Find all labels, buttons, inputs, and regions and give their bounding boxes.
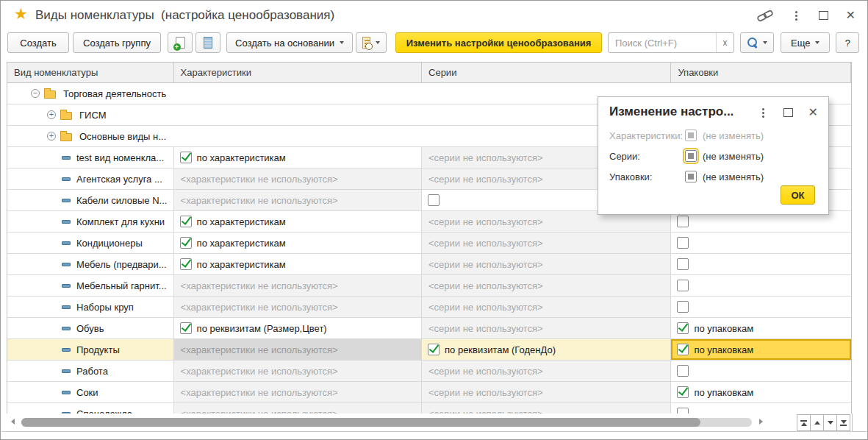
maximize-icon[interactable] [819,11,828,20]
cell-name[interactable]: Продукты [7,339,174,360]
packs-checkbox[interactable] [677,301,689,313]
cell-name[interactable]: −Торговая деятельность [7,83,174,104]
scrollbar-thumb[interactable] [21,418,700,427]
horizontal-scrollbar[interactable] [7,414,852,430]
cell-chars[interactable]: <характеристики не используются> [174,275,422,296]
cell-chars[interactable]: <характеристики не используются> [174,361,422,381]
favorite-star-icon[interactable]: ★ [14,5,28,23]
go-up-button[interactable] [810,414,824,431]
packages-checkbox[interactable] [685,171,697,182]
cell-name[interactable]: Мебель (предвари... [7,254,174,274]
cell-packs[interactable] [671,233,851,253]
packs-checkbox[interactable] [677,237,689,249]
cell-chars[interactable]: по характеристикам [174,147,422,168]
cell-chars[interactable]: <характеристики не используются> [174,339,422,360]
cell-chars[interactable]: по характеристикам [174,233,422,253]
collapse-icon[interactable]: − [31,89,40,98]
packs-checkbox[interactable] [677,216,689,227]
cell-name[interactable]: Наборы круп [7,297,174,317]
cell-chars[interactable] [174,104,422,125]
cell-packs[interactable] [671,403,851,414]
packs-checkbox[interactable] [677,344,689,355]
packs-checkbox[interactable] [677,408,689,414]
cell-series[interactable]: <серии не используются> [422,361,671,381]
cell-chars[interactable]: по характеристикам [174,211,422,232]
column-header-characteristics[interactable]: Характеристики [174,63,422,82]
cell-series[interactable]: <серии не используются> [422,254,671,274]
cell-series[interactable]: <серии не используются> [422,233,671,253]
expand-icon[interactable]: + [47,132,56,141]
cell-chars[interactable]: по реквизитам (Размер,Цвет) [174,318,422,338]
cell-packs[interactable] [671,254,851,274]
scrollbar-track[interactable] [21,418,752,427]
dialog-close-icon[interactable]: ✕ [808,107,818,118]
search-input[interactable]: Поиск (Ctrl+F) x [608,32,734,53]
go-first-button[interactable] [797,414,811,431]
cell-series[interactable]: <серии не используются> [422,297,671,317]
create-group-button[interactable]: Создать группу [73,32,161,53]
cell-chars[interactable] [174,126,422,146]
cell-packs[interactable]: по упаковкам [671,382,851,402]
cell-packs[interactable] [671,275,851,296]
series-checkbox[interactable] [685,150,697,162]
table-row[interactable]: Наборы круп<характеристики не используют… [7,297,851,318]
cell-name[interactable]: Комплект для кухни [7,211,174,232]
report-button[interactable] [356,32,387,53]
cell-series[interactable]: <серии не используются> [422,403,671,414]
packs-checkbox[interactable] [677,322,689,334]
go-last-button[interactable] [836,414,850,431]
table-row[interactable]: Продукты<характеристики не используются>… [7,339,851,361]
cell-chars[interactable] [174,83,422,104]
close-icon[interactable]: ✕ [846,10,856,21]
cell-chars[interactable]: <характеристики не используются> [174,168,422,189]
cell-name[interactable]: +ГИСМ [7,104,174,125]
go-down-button[interactable] [823,414,837,431]
scroll-right-icon[interactable] [759,419,763,425]
list-settings-button[interactable] [196,32,220,53]
cell-name[interactable]: Соки [7,382,174,402]
ok-button[interactable]: ОК [781,185,815,205]
series-checkbox[interactable] [428,344,440,355]
packs-checkbox[interactable] [677,365,689,377]
cell-name[interactable]: Спецодежда [7,403,174,414]
scroll-left-icon[interactable] [11,419,15,425]
cell-name[interactable]: Работа [7,361,174,381]
cell-chars[interactable]: <характеристики не используются> [174,403,422,414]
cell-packs[interactable] [671,297,851,317]
cell-series[interactable]: <серии не используются> [422,275,671,296]
column-header-series[interactable]: Серии [422,63,671,82]
cell-name[interactable]: Обувь [7,318,174,338]
cell-packs[interactable] [671,361,851,381]
column-header-packages[interactable]: Упаковки [671,63,851,82]
cell-chars[interactable]: <характеристики не используются> [174,190,422,210]
more-menu-icon[interactable] [795,15,797,17]
cell-series[interactable]: по реквизитам (ГоденДо) [422,339,671,360]
cell-packs[interactable]: по упаковкам [671,339,851,360]
cell-name[interactable]: Кабели силовые N... [7,190,174,210]
cell-series[interactable]: <серии не используются> [422,318,671,338]
cell-name[interactable]: Агентская услуга ... [7,168,174,189]
chars-checkbox[interactable] [180,216,192,227]
table-row[interactable]: Кондиционерыпо характеристикам<серии не … [7,233,851,254]
table-row[interactable]: Обувьпо реквизитам (Размер,Цвет)<серии н… [7,318,851,339]
cell-series[interactable]: <серии не используются> [422,382,671,402]
link-icon[interactable] [756,9,774,22]
packs-checkbox[interactable] [677,386,689,398]
expand-icon[interactable]: + [47,110,56,119]
cell-name[interactable]: +Основные виды н... [7,126,174,146]
cell-chars[interactable]: <характеристики не используются> [174,382,422,402]
table-row[interactable]: Мебель (предвари...по характеристикам<се… [7,254,851,275]
change-pricing-button[interactable]: Изменить настройки ценообразования [395,32,602,53]
create-button[interactable]: Создать [7,32,69,53]
table-row[interactable]: Спецодежда<характеристики не используютс… [7,403,851,414]
cell-chars[interactable]: <характеристики не используются> [174,297,422,317]
help-button[interactable]: ? [836,32,859,53]
table-row[interactable]: Работа<характеристики не используются><с… [7,361,851,382]
column-header-vid[interactable]: Вид номенклатуры [7,63,174,82]
chars-checkbox[interactable] [180,258,192,270]
table-row[interactable]: Соки<характеристики не используются><сер… [7,382,851,403]
chars-checkbox[interactable] [180,237,192,249]
cell-packs[interactable]: по упаковкам [671,318,851,338]
create-based-on-button[interactable]: Создать на основании [226,32,353,53]
chars-checkbox[interactable] [180,152,192,163]
